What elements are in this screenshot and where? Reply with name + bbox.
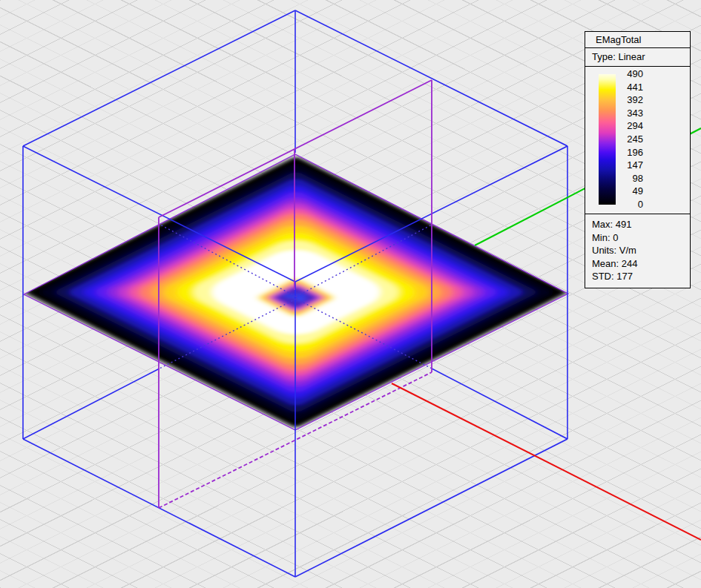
colorbar-tick: 392 <box>627 94 643 106</box>
colorbar-tick-labels: 490 441 392 343 294 245 196 147 98 49 0 <box>618 68 643 211</box>
field-plot-legend: EMagTotal Type: Linear 490 441 392 343 2… <box>585 31 691 288</box>
colorbar-tick: 196 <box>627 147 643 159</box>
colorbar-tick: 49 <box>633 185 643 197</box>
colorbar-tick: 490 <box>627 68 643 80</box>
legend-statistics: Max: 491 Min: 0 Units: V/m Mean: 244 STD… <box>585 214 690 288</box>
3d-model-viewport[interactable]: EMagTotal Type: Linear 490 441 392 343 2… <box>0 0 701 588</box>
x-axis-line <box>392 383 701 540</box>
stat-max: Max: 491 <box>592 218 690 231</box>
stat-mean: Mean: 244 <box>592 257 690 271</box>
legend-title: EMagTotal <box>585 32 690 48</box>
legend-scale-type: Type: Linear <box>585 48 690 67</box>
stat-min: Min: 0 <box>592 231 690 245</box>
legend-color-scale: 490 441 392 343 294 245 196 147 98 49 0 <box>585 67 690 214</box>
colorbar-tick: 441 <box>627 82 643 93</box>
colorbar-tick: 98 <box>633 173 643 185</box>
colorbar-tick: 147 <box>627 159 643 171</box>
colorbar-tick: 343 <box>627 108 643 119</box>
colorbar-gradient <box>599 74 616 205</box>
stat-units: Units: V/m <box>592 244 690 257</box>
field-plot <box>24 156 568 429</box>
colorbar-tick: 245 <box>627 133 643 145</box>
stat-std: STD: 177 <box>592 270 690 283</box>
colorbar-tick: 294 <box>627 120 643 132</box>
colorbar-tick: 0 <box>638 199 643 211</box>
